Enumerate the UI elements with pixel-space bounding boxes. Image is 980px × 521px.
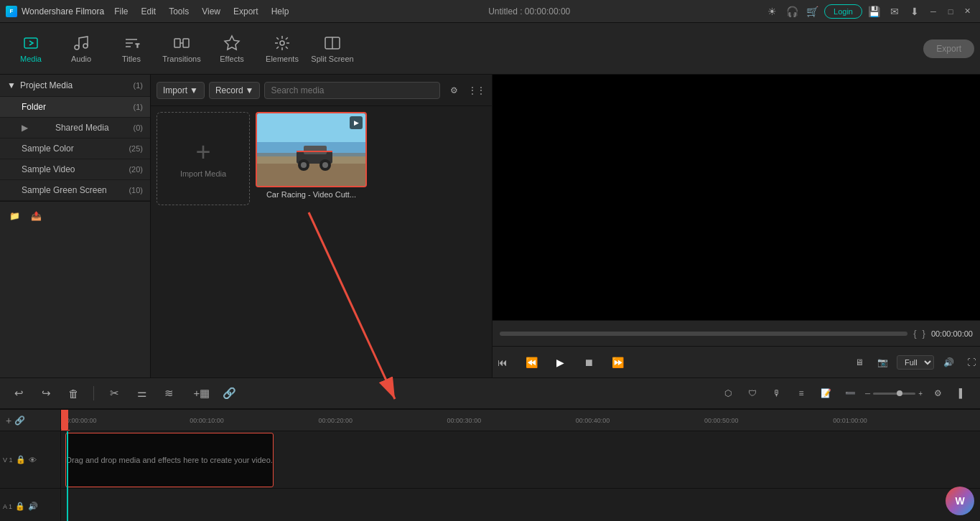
toolbar-elements[interactable]: Elements <box>257 26 307 72</box>
rewind-button[interactable]: ⏮ <box>493 352 513 372</box>
add-folder-icon[interactable]: 📁 <box>6 207 23 225</box>
media-item-label: Car Racing - Video Cutt... <box>256 190 367 199</box>
video-track-number: V 1 <box>3 456 13 464</box>
adjust-tool[interactable]: ⚌ <box>131 383 151 403</box>
menu-file[interactable]: File <box>108 4 134 19</box>
audio-wave-tool[interactable]: ≋ <box>159 383 179 403</box>
screen-icon[interactable]: 🖥 <box>851 354 868 371</box>
toolbar-splitscreen[interactable]: Split Screen <box>307 26 358 72</box>
download-icon[interactable]: ⬇ <box>907 4 923 19</box>
sidebar-item-shared-media[interactable]: ▶ Shared Media (0) <box>0 118 150 139</box>
wondershare-logo: W <box>946 487 974 515</box>
quality-selector[interactable]: Full <box>897 355 934 370</box>
svg-rect-5 <box>183 39 189 47</box>
search-input[interactable] <box>264 82 440 99</box>
drop-zone[interactable]: Drag and drop media and effects here to … <box>65 433 274 487</box>
sidebar-item-sample-green[interactable]: Sample Green Screen (10) <box>0 180 150 201</box>
audio-icon <box>73 34 90 52</box>
menu-tools[interactable]: Tools <box>163 4 195 19</box>
theme-icon[interactable]: ☀ <box>764 4 780 19</box>
grid-icon[interactable]: ⋮⋮ <box>467 81 486 100</box>
folder-label: Folder <box>22 102 46 112</box>
import-button[interactable]: Import ▼ <box>157 82 205 99</box>
bottom-section: ↩ ↪ 🗑 ✂ ⚌ ≋ +▦ 🔗 ⬡ 🛡 🎙 ≡ 📝 ➖ ─ + ⚙ ▌ <box>0 377 980 521</box>
sample-video-label: Sample Video <box>22 164 75 174</box>
play-button[interactable]: ▶ <box>550 352 570 372</box>
svg-rect-4 <box>174 39 180 47</box>
undo-tool[interactable]: ↩ <box>9 383 29 403</box>
add-track-tool[interactable]: +▦ <box>192 383 212 403</box>
media-item-car-racing[interactable]: ▶ Car Racing - Video Cutt... <box>256 112 367 199</box>
drop-zone-text: Drag and drop media and effects here to … <box>66 456 273 464</box>
record-button[interactable]: Record ▼ <box>209 82 261 99</box>
panel-toggle[interactable]: ▌ <box>953 384 971 403</box>
toolbar-media[interactable]: Media <box>6 26 56 72</box>
cut-tool[interactable]: ✂ <box>104 383 124 403</box>
effects-tool-1[interactable]: ⬡ <box>719 384 737 403</box>
cart-icon[interactable]: 🛒 <box>804 4 820 19</box>
effects-tool-3[interactable]: 🎙 <box>767 384 786 403</box>
import-media-area[interactable]: + Import Media <box>157 112 250 205</box>
audio-track-1[interactable] <box>61 489 980 521</box>
menu-view[interactable]: View <box>196 4 226 19</box>
volume-icon[interactable]: 🔊 <box>940 354 957 371</box>
import-dropdown-icon: ▼ <box>190 85 198 95</box>
menu-export[interactable]: Export <box>228 4 264 19</box>
audio-vol-icon[interactable]: 🔊 <box>28 502 38 511</box>
sidebar-item-sample-video[interactable]: Sample Video (20) <box>0 159 150 180</box>
effects-icon <box>223 34 241 52</box>
toolbar-effects[interactable]: Effects <box>207 26 257 72</box>
login-button[interactable]: Login <box>824 4 862 19</box>
zoom-minus: ─ <box>865 390 870 398</box>
ruler-mark-5: 00:00:50:00 <box>704 417 739 424</box>
svg-point-17 <box>301 162 307 168</box>
filter-icon[interactable]: ⚙ <box>444 81 463 100</box>
zoom-slider[interactable]: ─ + <box>865 384 923 403</box>
menu-help[interactable]: Help <box>266 4 295 19</box>
sidebar-item-folder[interactable]: Folder (1) <box>0 97 150 118</box>
stop-button[interactable]: ⏹ <box>579 352 599 372</box>
toolbar-titles[interactable]: T Titles <box>106 26 157 72</box>
preview-panel: { } 00:00:00:00 ⏮ ⏪ ▶ ⏹ ⏩ 🖥 📷 Full 🔊 ⛶ <box>492 75 980 377</box>
link-tool[interactable]: 🔗 <box>219 383 239 403</box>
export-button[interactable]: Export <box>923 39 974 58</box>
lock-icon[interactable]: 🔒 <box>16 455 26 464</box>
bracket-left[interactable]: { <box>913 328 916 339</box>
effects-tool-5[interactable]: 📝 <box>816 384 835 403</box>
expand-icon: ▶ <box>22 123 28 133</box>
settings-tool[interactable]: ⚙ <box>928 384 947 403</box>
toolbar-audio[interactable]: Audio <box>56 26 106 72</box>
effects-tool-4[interactable]: ≡ <box>792 384 811 403</box>
app-logo: F <box>6 6 17 17</box>
close-button[interactable]: ✕ <box>961 5 974 18</box>
sidebar-item-sample-color[interactable]: Sample Color (25) <box>0 139 150 159</box>
playhead-top <box>61 410 68 431</box>
bracket-right[interactable]: } <box>923 328 925 339</box>
maximize-button[interactable]: □ <box>944 5 957 18</box>
add-track-icon[interactable]: + <box>6 415 11 426</box>
save-icon[interactable]: 💾 <box>867 4 882 19</box>
audio-lock-icon[interactable]: 🔒 <box>15 502 25 511</box>
video-track-1[interactable]: Drag and drop media and effects here to … <box>61 431 980 489</box>
import-folder-icon[interactable]: 📤 <box>27 207 45 225</box>
preview-progress-bar[interactable] <box>500 332 907 336</box>
import-label: Import <box>163 85 187 95</box>
frame-forward-button[interactable]: ⏩ <box>607 352 627 372</box>
delete-tool[interactable]: 🗑 <box>63 383 83 403</box>
minimize-button[interactable]: ─ <box>927 5 940 18</box>
redo-tool[interactable]: ↪ <box>36 383 56 403</box>
audio-label: Audio <box>71 55 91 63</box>
titlebar: F Wondershare Filmora File Edit Tools Vi… <box>0 0 980 23</box>
toolbar-transitions[interactable]: Transitions <box>157 26 207 72</box>
menu-edit[interactable]: Edit <box>136 4 162 19</box>
fullscreen-icon[interactable]: ⛶ <box>963 354 980 371</box>
effects-tool-6[interactable]: ➖ <box>841 384 859 403</box>
visibility-icon[interactable]: 👁 <box>29 456 37 464</box>
headset-icon[interactable]: 🎧 <box>784 4 800 19</box>
project-media-header[interactable]: ▼ Project Media (1) <box>0 75 150 97</box>
link-tracks-icon[interactable]: 🔗 <box>14 416 25 426</box>
effects-tool-2[interactable]: 🛡 <box>743 384 762 403</box>
frame-back-button[interactable]: ⏪ <box>521 352 541 372</box>
mail-icon[interactable]: ✉ <box>887 4 902 19</box>
camera-icon[interactable]: 📷 <box>874 354 891 371</box>
